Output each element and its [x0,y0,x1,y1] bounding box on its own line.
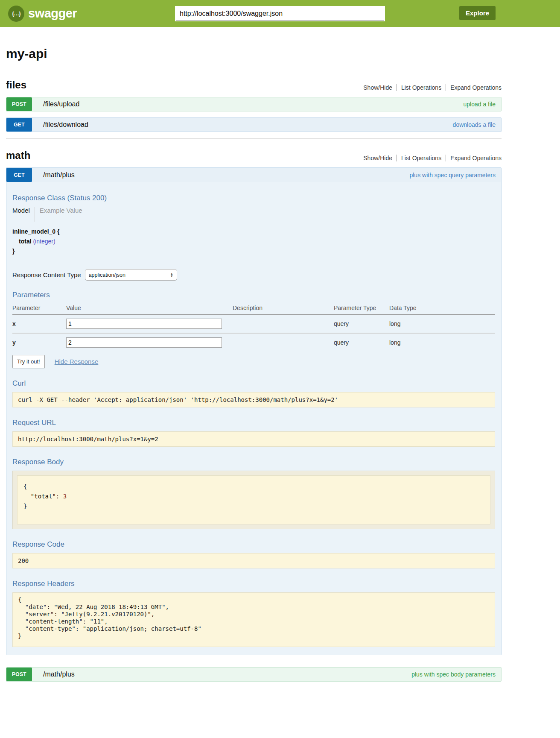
param-name: x [12,315,66,334]
model-property-name: total [19,238,32,245]
tab-model[interactable]: Model [12,207,35,222]
brand-text: swagger [28,6,77,20]
select-arrows-icon: ▲▼ [170,272,173,278]
math-section-links: Show/Hide List Operations Expand Operati… [359,155,502,161]
request-url-value: http://localhost:3000/math/plus?x=1&y=2 [12,431,495,447]
curl-heading: Curl [12,379,495,388]
response-body-json: { "total": 3 } [17,475,490,524]
model-open: inline_model_0 { [12,227,495,237]
list-operations-link[interactable]: List Operations [397,84,446,91]
param-row-x: x query long [12,315,495,334]
curl-command: curl -X GET --header 'Accept: applicatio… [12,392,495,407]
math-section-header: math Show/Hide List Operations Expand Op… [6,149,502,161]
op-row-post-files-upload[interactable]: POST /files/upload upload a file [6,97,502,111]
model-close: } [12,246,495,256]
get-method-badge: GET [6,118,32,132]
op-row-post-math-plus[interactable]: POST /math/plus plus with spec body para… [6,667,502,682]
op-row-get-files-download[interactable]: GET /files/download downloads a file [6,117,502,132]
response-code-value: 200 [12,553,495,568]
parameters-table: Parameter Value Description Parameter Ty… [12,303,495,351]
param-type: query [334,315,389,334]
column-parameter-type: Parameter Type [334,303,389,315]
page-title: my-api [6,47,502,61]
column-description: Description [233,303,334,315]
response-class-tabs: Model Example Value [12,207,495,222]
section-divider [6,138,502,139]
try-row: Try it out! Hide Response [12,355,495,368]
json-number-value: 3 [63,493,67,500]
response-headers-json: { "date": "Wed, 22 Aug 2018 18:49:13 GMT… [12,592,495,647]
op-summary[interactable]: plus with spec body parameters [411,671,496,678]
explore-button[interactable]: Explore [459,6,496,20]
show-hide-link[interactable]: Show/Hide [359,155,397,161]
post-method-badge: POST [6,668,32,681]
column-value: Value [66,303,233,315]
op-summary[interactable]: downloads a file [453,121,496,128]
files-section-links: Show/Hide List Operations Expand Operati… [359,84,502,91]
response-content-type-row: Response Content Type application/json ▲… [12,269,495,281]
json-colon: : [56,493,63,500]
column-parameter: Parameter [12,303,66,315]
param-value-input-y[interactable] [66,337,222,348]
post-method-badge: POST [6,97,32,111]
param-description [233,315,334,334]
response-code-heading: Response Code [12,540,495,549]
request-url-heading: Request URL [12,419,495,427]
expand-operations-link[interactable]: Expand Operations [446,84,502,91]
param-description [233,333,334,351]
response-content-type-label: Response Content Type [12,271,81,278]
json-close-brace: } [23,501,484,511]
section-title-math[interactable]: math [6,149,30,161]
op-content: Response Class (Status 200) Model Exampl… [6,182,501,655]
response-content-type-select[interactable]: application/json ▲▼ [85,269,177,281]
swagger-logo[interactable]: {…} swagger [8,6,77,22]
try-it-out-button[interactable]: Try it out! [12,355,45,368]
response-class-heading: Response Class (Status 200) [12,194,495,202]
param-name: y [12,333,66,351]
list-operations-link[interactable]: List Operations [397,155,446,161]
parameters-header-row: Parameter Value Description Parameter Ty… [12,303,495,315]
param-data-type: long [389,315,495,334]
top-header-bar: {…} swagger Explore [0,0,560,27]
model-signature: inline_model_0 { total (integer) } [12,227,495,256]
section-title-files[interactable]: files [6,79,26,91]
param-value-input-x[interactable] [66,319,222,329]
get-method-badge: GET [6,168,32,182]
json-open-brace: { [23,482,484,492]
tab-example-value[interactable]: Example Value [35,207,82,222]
op-summary[interactable]: upload a file [463,101,496,108]
op-block-get-math-plus: GET /math/plus plus with spec query para… [6,167,502,655]
select-value: application/json [89,272,125,278]
swagger-logo-icon: {…} [8,6,24,22]
hide-response-link[interactable]: Hide Response [55,358,99,365]
op-path[interactable]: /math/plus [43,171,75,179]
op-path[interactable]: /math/plus [43,671,75,678]
param-data-type: long [389,333,495,351]
json-total-line: "total": 3 [23,492,484,501]
op-summary[interactable]: plus with spec query parameters [409,172,496,179]
param-row-y: y query long [12,333,495,351]
response-body-container: { "total": 3 } [12,471,495,529]
expand-operations-link[interactable]: Expand Operations [446,155,502,161]
response-body-heading: Response Body [12,458,495,466]
show-hide-link[interactable]: Show/Hide [359,84,397,91]
swagger-url-input[interactable] [176,7,384,20]
param-type: query [334,333,389,351]
files-section-header: files Show/Hide List Operations Expand O… [6,79,502,91]
op-row-get-math-plus[interactable]: GET /math/plus plus with spec query para… [6,168,501,182]
model-property-type: (integer) [33,238,55,245]
model-property: total (integer) [19,237,495,246]
json-key: "total" [31,493,56,500]
op-path[interactable]: /files/upload [43,100,79,108]
parameters-heading: Parameters [12,291,495,299]
column-data-type: Data Type [389,303,495,315]
response-headers-heading: Response Headers [12,580,495,588]
op-path[interactable]: /files/download [43,121,88,129]
